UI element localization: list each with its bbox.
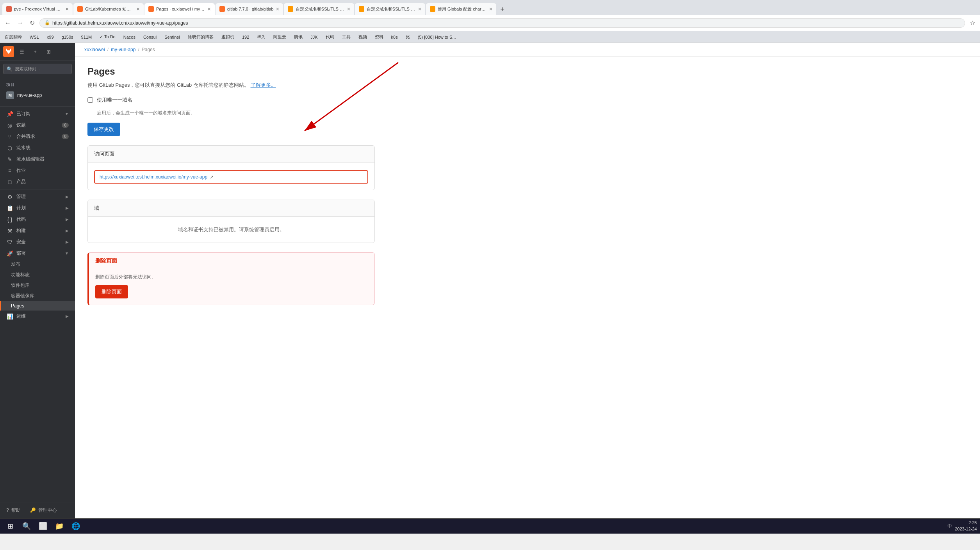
visit-section-body: https://xuxiaowei.test.helm.xuxiaowei.io… xyxy=(88,162,374,190)
help-button[interactable]: ? 帮助 xyxy=(3,505,24,515)
learn-more-link[interactable]: 了解更多。 xyxy=(251,82,276,88)
bookmark-consul[interactable]: Consul xyxy=(142,34,158,40)
sidebar-item-jobs[interactable]: ≡ 作业 xyxy=(0,165,75,176)
sidebar-item-product[interactable]: □ 产品 xyxy=(0,176,75,188)
admin-button[interactable]: 🔑 管理中心 xyxy=(27,505,60,515)
tab-ssl1[interactable]: 自定义域名和SSL/TLS 证书 |... × xyxy=(284,3,354,15)
save-button[interactable]: 保存更改 xyxy=(87,123,120,136)
bookmark-todo[interactable]: ✓ To Do xyxy=(98,34,117,40)
bookmark-vm[interactable]: 虚拟机 xyxy=(220,33,236,41)
bookmark-aliyun[interactable]: 阿里云 xyxy=(272,33,288,41)
sidebar-toggle-button[interactable]: ☰ xyxy=(16,46,27,57)
taskbar: ⊞ 🔍 ⬜ 📁 🌐 中 2:25 2023-12-24 xyxy=(0,518,980,534)
sidebar-subitem-feature-flags[interactable]: 功能标志 xyxy=(0,270,75,280)
tab-ssl2[interactable]: 自定义域名和SSL/TLS 证书 |... × xyxy=(355,3,425,15)
tab-close-ssl1[interactable]: × xyxy=(347,6,350,12)
bookmark-data[interactable]: 资料 xyxy=(373,33,385,41)
code-arrow: ▶ xyxy=(66,217,69,221)
address-field[interactable]: 🔓 https://gitlab.test.helm.xuxiaowei.cn/… xyxy=(39,18,965,28)
sidebar-item-build[interactable]: ⚒ 构建 ▶ xyxy=(0,225,75,236)
tab-title-kb: GitLab/Kubernetes 知识库 xyxy=(85,6,134,12)
bookmark-k8s[interactable]: k8s xyxy=(390,34,399,40)
main-content: xuxiaowei / my-vue-app / Pages Pages 使用 … xyxy=(75,43,980,518)
bookmark-008[interactable]: (5) [008] How to S... xyxy=(416,34,458,40)
sidebar-item-manage[interactable]: ⚙ 管理 ▶ xyxy=(0,191,75,202)
new-item-button[interactable]: + xyxy=(30,46,41,57)
bookmark-x99[interactable]: x99 xyxy=(45,34,55,40)
sidebar-item-pipeline[interactable]: ⬡ 流水线 xyxy=(0,142,75,154)
refresh-button[interactable]: ↻ xyxy=(28,18,36,28)
taskbar-edge[interactable]: 🌐 xyxy=(69,519,83,533)
tab-close-ver[interactable]: × xyxy=(276,6,279,12)
sidebar-item-security[interactable]: 🛡 安全 ▶ xyxy=(0,236,75,248)
sidebar-item-issues[interactable]: ◎ 议题 0 xyxy=(0,120,75,131)
tab-gitlab-ver[interactable]: gitlab 7.7.0 · gitlab/gitlab × xyxy=(216,3,283,15)
bookmark-baidu[interactable]: 百度翻译 xyxy=(3,33,23,41)
grid-button[interactable]: ⊞ xyxy=(43,46,54,57)
breadcrumb-my-vue-app[interactable]: my-vue-app xyxy=(111,47,135,52)
pages-url-link[interactable]: https://xuxiaowei.test.helm.xuxiaowei.io… xyxy=(100,174,207,180)
bookmark-bi[interactable]: 比 xyxy=(404,33,412,41)
bookmark-button[interactable]: ☆ xyxy=(968,18,977,28)
bookmark-sentinel[interactable]: Sentinel xyxy=(163,34,182,40)
sidebar-search[interactable]: 🔍 搜索或转到... xyxy=(3,64,72,74)
new-tab-button[interactable]: + xyxy=(497,4,508,15)
sidebar-item-pinned[interactable]: 📌 已订阅 ▼ xyxy=(0,108,75,120)
domain-empty-message: 域名和证书支持已被禁用。请系统管理员启用。 xyxy=(94,226,368,233)
build-arrow: ▶ xyxy=(66,229,69,233)
bookmark-192[interactable]: 192 xyxy=(241,34,251,40)
bookmark-nacos[interactable]: Nacos xyxy=(122,34,137,40)
project-name[interactable]: M my-vue-app xyxy=(0,89,75,102)
bookmark-huawei[interactable]: 华为 xyxy=(255,33,267,41)
sidebar-subitem-releases[interactable]: 发布 xyxy=(0,259,75,270)
releases-label: 发布 xyxy=(11,261,20,268)
sidebar-item-plan[interactable]: 📋 计划 ▶ xyxy=(0,202,75,214)
bookmark-code[interactable]: 代码 xyxy=(324,33,336,41)
bookmark-911m[interactable]: 911M xyxy=(80,34,94,40)
date-display: 2023-12-24 xyxy=(955,526,977,532)
sidebar-subitem-container[interactable]: 容器镜像库 xyxy=(0,291,75,301)
sidebar-item-deploy[interactable]: 🚀 部署 ▼ xyxy=(0,248,75,259)
domain-section-body: 域名和证书支持已被禁用。请系统管理员启用。 xyxy=(88,217,374,243)
sidebar-item-code[interactable]: { } 代码 ▶ xyxy=(0,214,75,225)
start-button[interactable]: ⊞ xyxy=(3,519,17,533)
delete-pages-button[interactable]: 删除页面 xyxy=(95,285,128,298)
tab-close-pages[interactable]: × xyxy=(208,6,211,12)
sidebar-item-monitor[interactable]: 📊 运维 ▶ xyxy=(0,311,75,322)
bookmark-jjk[interactable]: JJK xyxy=(309,34,319,40)
gitlab-logo[interactable] xyxy=(3,46,14,57)
tab-gitlab-kb[interactable]: GitLab/Kubernetes 知识库 × xyxy=(73,3,144,15)
tab-close-globals[interactable]: × xyxy=(489,6,492,12)
bookmark-tencent[interactable]: 腾讯 xyxy=(292,33,304,41)
sidebar-item-pipeline-editor[interactable]: ✎ 流水线编辑器 xyxy=(0,154,75,165)
tab-pve[interactable]: pve - Proxmox Virtual Enviro... × xyxy=(2,3,73,15)
bookmark-blog[interactable]: 徐晓伟的博客 xyxy=(186,33,215,41)
sidebar-subitem-packages[interactable]: 软件包库 xyxy=(0,280,75,291)
back-button[interactable]: ← xyxy=(3,18,12,28)
bookmarks-bar: 百度翻译 WSL x99 g150s 911M ✓ To Do Nacos Co… xyxy=(0,31,980,43)
tab-globals[interactable]: 使用 Globals 配置 chart | 极S... × xyxy=(426,3,496,15)
security-label: 安全 xyxy=(16,239,62,245)
taskbar-taskview[interactable]: ⬜ xyxy=(36,519,50,533)
build-label: 构建 xyxy=(16,227,62,234)
bookmark-wsl[interactable]: WSL xyxy=(28,34,41,40)
forward-button[interactable]: → xyxy=(16,18,25,28)
danger-zone-desc: 删除页面后外部将无法访问。 xyxy=(95,274,368,280)
unique-domain-checkbox[interactable] xyxy=(87,97,93,103)
sidebar-subitem-pages[interactable]: Pages xyxy=(0,301,75,311)
sidebar-item-merge-requests[interactable]: ⑂ 合并请求 0 xyxy=(0,131,75,142)
tab-close-kb[interactable]: × xyxy=(137,6,140,12)
domain-section-header: 域 xyxy=(88,200,374,217)
visit-section-header: 访问页面 xyxy=(88,146,374,162)
taskbar-search[interactable]: 🔍 xyxy=(20,519,34,533)
bookmark-video[interactable]: 视频 xyxy=(357,33,369,41)
tab-close-ssl2[interactable]: × xyxy=(418,6,421,12)
breadcrumb-xuxiaowei[interactable]: xuxiaowei xyxy=(84,47,105,52)
tab-pages-active[interactable]: Pages · xuxiaowei / my-vue-... × xyxy=(144,3,215,15)
taskbar-explorer[interactable]: 📁 xyxy=(52,519,66,533)
merge-badge: 0 xyxy=(62,134,69,139)
breadcrumb: xuxiaowei / my-vue-app / Pages xyxy=(75,43,980,57)
bookmark-g150s[interactable]: g150s xyxy=(60,34,75,40)
bookmark-tools[interactable]: 工具 xyxy=(340,33,352,41)
tab-close-pve[interactable]: × xyxy=(66,6,69,12)
